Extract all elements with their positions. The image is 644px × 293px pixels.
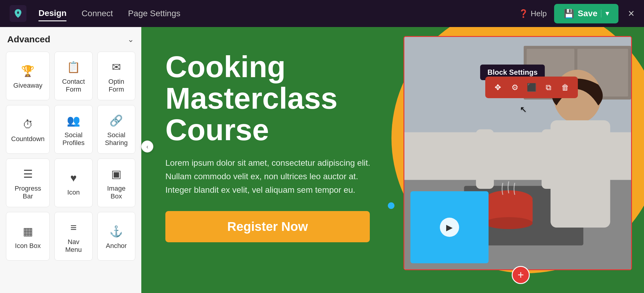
contact-form-icon: 📋 [67, 61, 80, 74]
giveaway-icon: 🏆 [21, 65, 35, 77]
add-block-button[interactable]: + [512, 266, 530, 284]
widget-anchor[interactable]: ⚓ Anchor [97, 212, 135, 261]
page-heading: Cooking Masterclass Course [165, 51, 424, 146]
social-sharing-icon: 🔗 [109, 114, 123, 127]
progress-bar-icon: ☰ [23, 168, 33, 180]
progress-bar-label: Progress Bar [11, 185, 44, 200]
block-toolbar: ✥ ⚙ ⬛ ⧉ 🗑 [485, 77, 578, 98]
collapse-icon: ‹ [146, 143, 149, 150]
countdown-icon: ⏱ [23, 118, 33, 131]
icon-box-label: Icon Box [15, 242, 41, 250]
social-profiles-label: Social Profiles [60, 131, 87, 147]
register-button[interactable]: Register Now [165, 211, 370, 242]
toolbar-settings-button[interactable]: ⚙ [507, 80, 523, 95]
icon-label: Icon [67, 189, 80, 196]
topnav: Design Connect Page Settings ❓ Help 💾 Sa… [0, 0, 644, 27]
nav-menu-label: Nav Menu [60, 238, 87, 254]
optin-form-icon: ✉ [112, 61, 121, 74]
save-button[interactable]: 💾 Save ▾ [554, 4, 618, 23]
widget-countdown[interactable]: ⏱ Countdown [6, 105, 50, 154]
nav-menu-icon: ≡ [70, 221, 77, 234]
sidebar-header: Advanced ⌄ [6, 34, 135, 44]
svg-rect-15 [476, 129, 494, 189]
widget-grid: 🏆 Giveaway 📋 Contact Form ✉ Optin Form ⏱… [6, 52, 135, 261]
video-thumbnail[interactable]: ▶ [410, 191, 489, 263]
sidebar-collapse-icon[interactable]: ⌄ [127, 35, 134, 44]
nav-design[interactable]: Design [38, 6, 66, 21]
widget-icon[interactable]: ♥ Icon [54, 159, 92, 207]
play-button[interactable]: ▶ [440, 218, 459, 237]
cursor: ↖ [520, 104, 527, 114]
logo[interactable] [10, 5, 26, 22]
optin-form-label: Optin Form [103, 78, 130, 93]
giveaway-label: Giveaway [13, 82, 42, 89]
widget-progress-bar[interactable]: ☰ Progress Bar [6, 159, 50, 207]
sidebar-collapse-button[interactable]: ‹ [141, 140, 153, 153]
widget-giveaway[interactable]: 🏆 Giveaway [6, 52, 50, 100]
widget-contact-form[interactable]: 📋 Contact Form [54, 52, 92, 100]
widget-image-box[interactable]: ▣ Image Box [97, 159, 135, 207]
countdown-label: Countdown [11, 135, 44, 143]
save-icon: 💾 [564, 9, 574, 19]
image-box-icon: ▣ [111, 168, 121, 180]
svg-rect-14 [541, 129, 560, 189]
social-profiles-icon: 👥 [67, 114, 80, 127]
widget-nav-menu[interactable]: ≡ Nav Menu [54, 212, 92, 261]
save-dropdown-caret[interactable]: ▾ [601, 10, 609, 17]
anchor-label: Anchor [106, 242, 127, 250]
canvas-area: Cooking Masterclass Course Lorem ipsum d… [141, 27, 644, 293]
toolbar-delete-button[interactable]: 🗑 [557, 80, 573, 95]
canvas-dot-indicator [388, 202, 394, 209]
help-button[interactable]: ❓ Help [519, 9, 547, 18]
svg-rect-13 [550, 120, 610, 228]
logo-icon [13, 8, 23, 19]
sidebar-title: Advanced [7, 34, 50, 44]
toolbar-duplicate-button[interactable]: ⧉ [541, 80, 556, 95]
widget-social-sharing[interactable]: 🔗 Social Sharing [97, 105, 135, 154]
icon-box-icon: ▦ [23, 225, 33, 238]
topnav-right: ❓ Help 💾 Save ▾ × [519, 4, 634, 23]
canvas-content: Cooking Masterclass Course Lorem ipsum d… [141, 27, 442, 242]
sidebar: Advanced ⌄ 🏆 Giveaway 📋 Contact Form ✉ O… [0, 27, 141, 293]
nav-page-settings[interactable]: Page Settings [128, 6, 180, 21]
widget-optin-form[interactable]: ✉ Optin Form [97, 52, 135, 100]
page-body: Lorem ipsum dolor sit amet, consectetur … [165, 156, 376, 197]
widget-icon-box[interactable]: ▦ Icon Box [6, 212, 50, 261]
icon-widget-icon: ♥ [70, 172, 77, 184]
widget-social-profiles[interactable]: 👥 Social Profiles [54, 105, 92, 154]
toolbar-move-button[interactable]: ✥ [490, 80, 506, 95]
topnav-links: Design Connect Page Settings [38, 6, 507, 21]
image-box-label: Image Box [103, 185, 130, 200]
nav-connect[interactable]: Connect [81, 6, 113, 21]
toolbar-save-button[interactable]: ⬛ [524, 80, 539, 95]
svg-point-11 [485, 217, 533, 229]
contact-form-label: Contact Form [60, 78, 87, 93]
social-sharing-label: Social Sharing [103, 131, 130, 147]
anchor-icon: ⚓ [109, 225, 123, 238]
help-icon: ❓ [519, 9, 528, 18]
close-button[interactable]: × [628, 7, 634, 20]
main-layout: Advanced ⌄ 🏆 Giveaway 📋 Contact Form ✉ O… [0, 27, 644, 293]
